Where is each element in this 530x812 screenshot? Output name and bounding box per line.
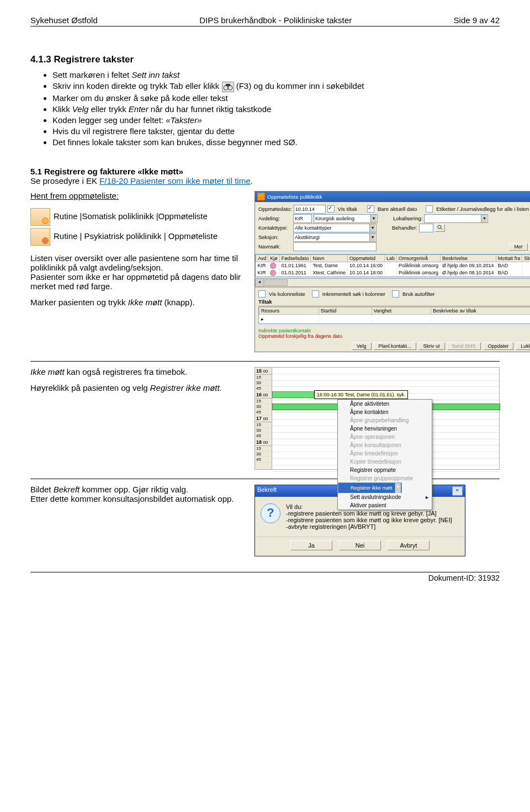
- status-line: Indirekte pasientkontakt Oppmøtetid fors…: [255, 326, 530, 341]
- checkbox-bare-dato[interactable]: [367, 205, 374, 213]
- bullet-item: Skriv inn koden direkte og trykk Tab ell…: [52, 81, 500, 92]
- planl-kontakt--button[interactable]: Planl.kontakt...: [374, 342, 416, 350]
- dialog-line: -registrere pasienten som ikke møtt og i…: [286, 517, 452, 523]
- menu-item--pne-henvisningen[interactable]: Åpne henvisningen: [338, 424, 432, 433]
- column-header[interactable]: Lab: [384, 254, 396, 262]
- column-header[interactable]: Kjø: [268, 254, 280, 262]
- para-mark-patient: Marker pasienten og trykk Ikke møtt (kna…: [30, 298, 246, 307]
- time-slot-label: 45: [255, 410, 272, 415]
- column-header[interactable]: Avd: [256, 254, 268, 262]
- time-slot-label: 30: [255, 452, 272, 457]
- kontakttype-select[interactable]: Alle kontakttyper: [293, 224, 377, 232]
- para-after: Etter dette kommer konsultasjonsbildet a…: [30, 494, 246, 503]
- dialog-line: -avbryte registreringen [AVBRYT]: [286, 523, 452, 530]
- checkbox-inkrementelt[interactable]: [312, 290, 319, 298]
- column-header[interactable]: Beskrivelse av tiltak: [431, 307, 530, 314]
- footer: Dokument-ID: 31932: [30, 572, 500, 582]
- tiltak-grid[interactable]: RessursStarttidVarighetBeskrivelse av ti…: [258, 306, 530, 324]
- header-right: Side 9 av 42: [454, 15, 500, 25]
- column-header[interactable]: Varighet: [372, 307, 431, 314]
- checkbox-etiketter[interactable]: [426, 205, 433, 213]
- appointment-tooltip: 16:00-16:30 Test, Dame (01.01.61). syk.: [314, 390, 408, 399]
- checkbox-vis-tiltak[interactable]: [327, 205, 335, 213]
- label-behandler: Behandler:: [392, 225, 417, 231]
- checkbox-vis-kolonneliste[interactable]: [258, 290, 266, 298]
- menu-item-registrer-oppm-te[interactable]: Registrer oppmøte: [338, 466, 432, 474]
- seksjon-select[interactable]: Akuttkirurgi: [293, 233, 377, 242]
- document-id: Dokument-ID: 31932: [428, 574, 500, 582]
- time-slot-label: 45: [255, 386, 272, 391]
- mer-button[interactable]: Mer: [509, 243, 528, 251]
- label-date: Oppmøtedato:: [258, 206, 292, 212]
- scroll-thumb[interactable]: [264, 279, 288, 286]
- column-header[interactable]: Ressurs: [259, 307, 319, 314]
- column-header[interactable]: Navn: [311, 254, 348, 262]
- bullet-item: Det finnes lokale takster som kan brukes…: [52, 137, 500, 147]
- time-slot-label: 17 00: [255, 415, 272, 422]
- nei-button[interactable]: Nei: [339, 540, 381, 550]
- route-somatic: Rutine |Somatisk poliklinikk |Oppmøtelis…: [54, 211, 208, 221]
- column-header[interactable]: Oppmøtetid: [347, 254, 384, 262]
- menu-item--pne-aktiviteten[interactable]: Åpne aktiviteten: [338, 400, 432, 408]
- navnsok-input[interactable]: [293, 242, 377, 251]
- menu-item--pne-gruppebehandling: Åpne gruppebehandling: [338, 416, 432, 424]
- behandler-code[interactable]: [419, 224, 433, 232]
- time-slot-label: 16 00: [255, 391, 272, 399]
- time-slot-label: 18 00: [255, 439, 272, 446]
- context-menu[interactable]: Åpne aktivitetenÅpne kontaktenÅpne grupp…: [337, 399, 432, 510]
- scroll-left-icon[interactable]: ◂: [256, 279, 264, 286]
- menu-item-aktiver-pasient[interactable]: Aktiver pasient: [338, 501, 432, 510]
- table-row[interactable]: KIR01.01.1961Test, Dame10.10.14 16:00Pol…: [256, 262, 531, 269]
- horizontal-scrollbar[interactable]: ◂ ▸: [255, 278, 530, 287]
- menu-item-sett-avslutningskode[interactable]: Sett avslutningskode: [338, 493, 432, 501]
- section-5-1-title: 5.1 Registrere og fakturere «Ikke møtt»: [30, 167, 183, 176]
- section-4-1-3-title: 4.1.3 Registrere takster: [30, 54, 500, 65]
- menu-item-registrer-gruppeoppm-te: Registrer gruppeoppmøte: [338, 474, 432, 482]
- para-list-overview: Listen viser oversikt over alle pasiente…: [30, 253, 246, 272]
- label-navnsok: Navnsøk:: [258, 243, 292, 250]
- patient-grid[interactable]: AvdKjøFødselsdatoNavnOppmøtetidLabOmsorg…: [255, 254, 530, 277]
- label-kontakttype: Kontakttype:: [258, 225, 292, 231]
- avdeling-code-input[interactable]: KIR: [293, 214, 312, 223]
- column-header[interactable]: Mottatt fra: [496, 254, 522, 262]
- skriv-ut-button[interactable]: Skriv ut: [418, 342, 445, 350]
- gender-icon: [270, 270, 276, 276]
- intro-post: .: [250, 176, 252, 185]
- column-header[interactable]: Starttid: [319, 307, 372, 314]
- dialog-title: Bekreft: [257, 486, 277, 496]
- oppdater-button[interactable]: Oppdater: [483, 342, 514, 350]
- table-row[interactable]: ▸: [259, 314, 531, 323]
- column-header[interactable]: Ska: [522, 254, 530, 262]
- window-titlebar: Oppmøteliste poliklinikk –□×: [255, 192, 530, 202]
- lookup-behandler-button[interactable]: [435, 224, 445, 232]
- bullet-item: Koden legger seg under feltet: «Takster»: [52, 115, 500, 125]
- avdeling-select[interactable]: Kirurgisk avdeling: [314, 214, 378, 223]
- fetch-list-heading: Hent frem oppmøteliste:: [30, 191, 246, 200]
- menu-item-registrer-ikke-m-tt[interactable]: Registrer ikke møtt: [338, 482, 402, 493]
- column-header[interactable]: Fødselsdato: [279, 254, 311, 262]
- column-header[interactable]: Omsorgsnivå: [397, 254, 441, 262]
- menu-item--pne-kontakten[interactable]: Åpne kontakten: [338, 408, 432, 416]
- section-5-1-intro: Se prosedyre i EK F/18-20 Pasienter som …: [30, 176, 500, 185]
- label-seksjon: Seksjon:: [258, 234, 292, 240]
- bullet-item: Hvis du vil registrere flere takster, gj…: [52, 126, 500, 136]
- avbryt-button[interactable]: Avbryt: [388, 540, 430, 550]
- appointment-bar[interactable]: [272, 391, 314, 398]
- table-row[interactable]: KIR01.01.2011Xtest, Cathrine10.10.14 18:…: [256, 269, 531, 277]
- label-avdeling: Avdeling:: [258, 215, 292, 221]
- date-input[interactable]: 10.10.14: [294, 205, 326, 214]
- velg-button[interactable]: Velg: [352, 342, 372, 350]
- lukk-button[interactable]: Lukk: [516, 342, 530, 350]
- timebook-panel: 15 0015304516 0015304517 0015304518 0015…: [255, 367, 500, 470]
- ja-button[interactable]: Ja: [290, 540, 332, 550]
- lokalisering-select[interactable]: [424, 214, 488, 223]
- dialog-close-icon[interactable]: ×: [452, 486, 463, 496]
- bullet-item: Sett markøren i feltet Sett inn takst: [52, 70, 500, 80]
- column-header[interactable]: Beskrivelse: [441, 254, 496, 262]
- label-vis: Vis tiltak: [338, 206, 357, 212]
- time-slot-label: 15: [255, 399, 272, 404]
- procedure-link[interactable]: F/18-20 Pasienter som ikke møter til tim…: [99, 176, 250, 185]
- action-button-row: VelgPlanl.kontakt...Skriv utSend SMSOppd…: [255, 341, 530, 352]
- svg-rect-2: [226, 84, 230, 86]
- checkbox-autofilter[interactable]: [392, 290, 399, 298]
